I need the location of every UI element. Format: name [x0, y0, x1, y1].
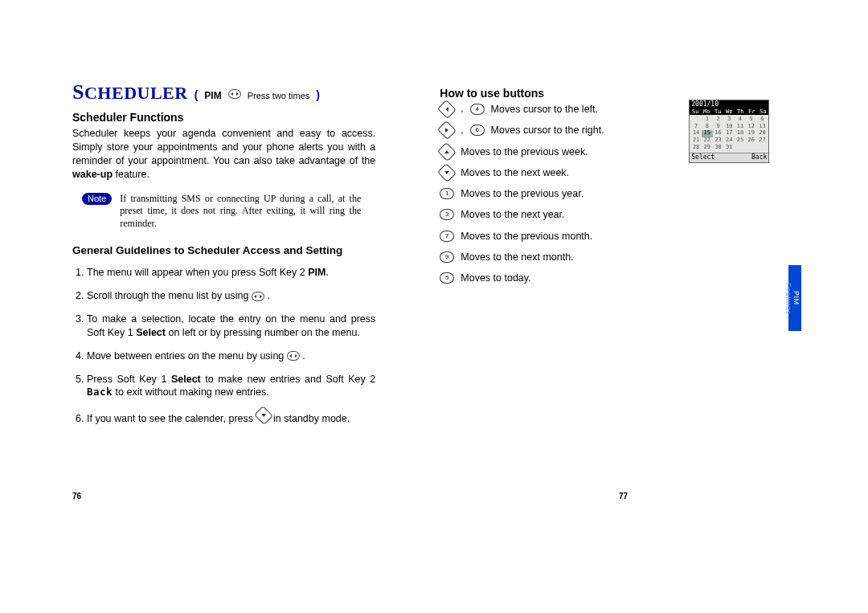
up-key-icon: [437, 142, 457, 161]
key-1-icon: 1: [440, 188, 454, 199]
button-row-text: Moves to the previous month.: [461, 230, 592, 243]
button-row: Moves to the previous week.: [440, 145, 673, 158]
chapter-title-row: SCHEDULER ( PIM Press two times ): [72, 80, 375, 104]
manual-spread: SCHEDULER ( PIM Press two times ) Schedu…: [0, 0, 868, 435]
scroll-icon: [252, 292, 264, 301]
press-two-times-label: Press two times: [248, 91, 310, 100]
page-right: How to use buttons ,4Moves cursor to the…: [440, 80, 804, 435]
calendar-grid: 1234567891011121314151617181920212223242…: [690, 115, 768, 152]
section-heading-buttons: How to use buttons: [440, 87, 673, 100]
button-row-text: Moves to the previous year.: [461, 187, 583, 200]
key-9-icon: 9: [440, 251, 454, 263]
guidelines-list: The menu will appear when you press Soft…: [72, 266, 375, 426]
bracket-open: (: [194, 88, 199, 101]
button-row: 9Moves to the next month.: [440, 251, 673, 264]
page-left: SCHEDULER ( PIM Press two times ) Schedu…: [72, 80, 375, 435]
guideline-4: Move between entries on the menu by usin…: [87, 349, 375, 363]
softkey-right: Back: [751, 154, 767, 161]
key-3-icon: 3: [440, 209, 454, 220]
note-badge: Note: [82, 193, 112, 205]
key-4-icon: 4: [470, 104, 485, 115]
button-row-text: Moves to the next month.: [461, 251, 573, 264]
guideline-1: The menu will appear when you press Soft…: [87, 266, 375, 280]
tab-sub: Features: [784, 272, 792, 326]
dpad-down-icon: [228, 89, 241, 99]
key-6-icon: 6: [470, 125, 485, 136]
tab-main: PIM: [792, 291, 800, 305]
down-key-icon: [254, 406, 273, 425]
page-number-left: 76: [72, 492, 81, 501]
key-5-icon: 5: [440, 272, 454, 284]
button-row: ,6Moves cursor to the right.: [440, 124, 673, 137]
guideline-2: Scroll through the menu list by using .: [87, 289, 375, 303]
button-row-text: Moves cursor to the right.: [491, 124, 604, 137]
button-row-text: Moves cursor to the left.: [491, 103, 598, 116]
chapter-title: SCHEDULER: [72, 80, 188, 104]
button-row: 3Moves to the next year.: [440, 208, 673, 221]
right-key-icon: [437, 121, 457, 140]
button-row: 1Moves to the previous year.: [440, 187, 673, 200]
guideline-6: If you want to see the calender, press i…: [87, 409, 375, 426]
body-tail: feature.: [113, 169, 149, 180]
down-key-icon: [437, 163, 457, 182]
calendar-softkeys: Select Back: [690, 153, 768, 162]
button-row-text: Moves to the next year.: [461, 208, 564, 221]
button-row: ,4Moves cursor to the left.: [440, 103, 673, 116]
button-row-text: Moves to the next week.: [461, 166, 569, 179]
button-row-text: Moves to the previous week.: [461, 145, 588, 158]
section-heading-guidelines: General Guidelines to Scheduler Access a…: [72, 244, 375, 258]
guideline-3: To make a selection, locate the entry on…: [87, 313, 375, 340]
note-text: If transmitting SMS or connecting UP dur…: [120, 193, 361, 231]
scheduler-functions-description: Scheduler keeps your agenda convenient a…: [72, 127, 375, 182]
calendar-screenshot: 2001/10 SuMoTuWeThFrSa 12345678910111213…: [689, 100, 769, 163]
button-row-text: Moves to today.: [461, 272, 530, 284]
left-key-icon: [437, 100, 457, 119]
calendar-dow: SuMoTuWeThFrSa: [690, 109, 768, 116]
key-7-icon: 7: [440, 231, 454, 242]
wakeup-word: wake-up: [72, 169, 113, 180]
note-block: Note If transmitting SMS or connecting U…: [82, 193, 375, 231]
bracket-close: ): [316, 88, 320, 101]
button-list: ,4Moves cursor to the left.,6Moves curso…: [440, 103, 673, 284]
section-tab: PIM Features: [788, 265, 801, 331]
button-row: Moves to the next week.: [440, 166, 673, 179]
guideline-5: Press Soft Key 1 Select to make new entr…: [87, 373, 375, 400]
softkey-left: Select: [691, 154, 714, 161]
body-part1: Scheduler keeps your agenda convenient a…: [72, 128, 375, 166]
pim-label: PIM: [204, 90, 221, 101]
page-number-right: 77: [619, 492, 628, 501]
button-row: 5Moves to today.: [440, 272, 673, 284]
button-row: 7Moves to the previous month.: [440, 230, 673, 243]
move-icon: [287, 351, 300, 361]
section-heading-functions: Scheduler Functions: [72, 111, 375, 124]
